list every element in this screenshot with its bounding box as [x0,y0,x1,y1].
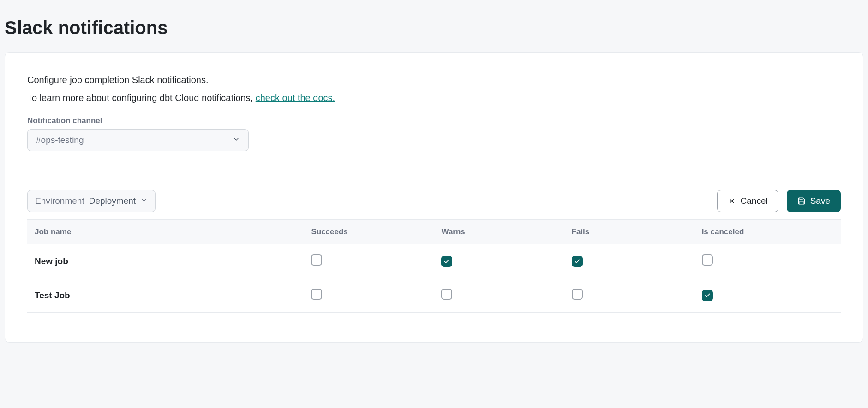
environment-filter-label: Environment [35,196,84,206]
page: Slack notifications Configure job comple… [0,0,868,347]
col-header-is-canceled: Is canceled [694,220,841,244]
fails-checkbox[interactable] [572,289,583,300]
succeeds-checkbox[interactable] [311,289,322,300]
environment-filter-value: Deployment [89,196,136,206]
fails-cell [564,278,694,313]
save-button-label: Save [810,196,830,206]
warns-checkbox[interactable] [441,289,452,300]
table-row: New job [27,244,841,278]
is-canceled-checkbox[interactable] [702,254,713,266]
is-canceled-checkbox[interactable] [702,290,713,301]
settings-card: Configure job completion Slack notificat… [5,52,863,343]
warns-cell [434,244,564,278]
cancel-button-label: Cancel [741,196,768,206]
is-canceled-cell [694,244,841,278]
save-icon [797,197,806,205]
fails-cell [564,244,694,278]
page-title: Slack notifications [5,0,863,52]
intro-line-1: Configure job completion Slack notificat… [27,75,841,85]
col-header-fails: Fails [564,220,694,244]
save-button[interactable]: Save [787,190,841,212]
is-canceled-cell [694,278,841,313]
toolbar-row: Environment Deployment Cancel S [27,190,841,212]
succeeds-cell [304,244,434,278]
notification-channel-label: Notification channel [27,116,841,125]
succeeds-checkbox[interactable] [311,254,322,266]
col-header-job-name: Job name [27,220,304,244]
chevron-down-icon [233,135,240,145]
notification-channel-select[interactable]: #ops-testing [27,129,249,151]
col-header-warns: Warns [434,220,564,244]
job-name-cell: Test Job [27,278,304,313]
chevron-down-icon [140,196,148,206]
jobs-table: Job name Succeeds Warns Fails Is cancele… [27,219,841,313]
notification-channel-value: #ops-testing [36,135,84,145]
close-icon [728,197,736,205]
warns-cell [434,278,564,313]
col-header-succeeds: Succeeds [304,220,434,244]
intro-line-2: To learn more about configuring dbt Clou… [27,93,841,103]
job-name-cell: New job [27,244,304,278]
warns-checkbox[interactable] [441,256,452,267]
environment-filter-select[interactable]: Environment Deployment [27,190,156,212]
intro-line-2-prefix: To learn more about configuring dbt Clou… [27,93,256,103]
docs-link[interactable]: check out the docs. [256,93,335,103]
action-buttons: Cancel Save [717,190,841,212]
fails-checkbox[interactable] [572,256,583,267]
table-row: Test Job [27,278,841,313]
jobs-table-header-row: Job name Succeeds Warns Fails Is cancele… [27,220,841,244]
succeeds-cell [304,278,434,313]
cancel-button[interactable]: Cancel [717,190,778,212]
